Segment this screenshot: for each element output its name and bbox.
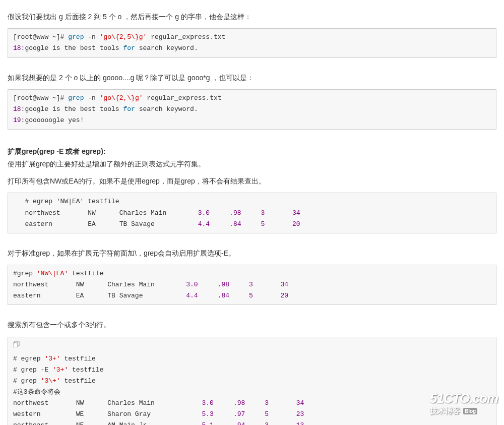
num: 5.1 bbox=[202, 421, 213, 425]
num: 23 bbox=[296, 410, 304, 418]
keyword-for: for bbox=[123, 105, 135, 113]
line-number: 18 bbox=[13, 44, 21, 52]
num: .98 bbox=[218, 281, 229, 288]
num: 5 bbox=[261, 220, 265, 228]
svg-rect-1 bbox=[13, 343, 18, 347]
grep-cmd: grep bbox=[68, 33, 84, 41]
num: .84 bbox=[218, 292, 229, 299]
num: 4.4 bbox=[198, 220, 210, 228]
copy-icon[interactable] bbox=[13, 341, 20, 347]
num: 5.3 bbox=[202, 410, 213, 418]
code-line: #grep bbox=[13, 270, 37, 277]
code-line: testfile bbox=[68, 270, 103, 277]
num: 5 bbox=[265, 410, 269, 418]
grep-cmd: grep bbox=[68, 94, 84, 102]
code-line: # grep -E bbox=[13, 366, 52, 374]
code-line: northwest NW Charles Main bbox=[13, 209, 198, 217]
num: 3 bbox=[249, 281, 253, 288]
code-comment: #这3条命令将会 bbox=[13, 388, 60, 396]
code-line: # egrep bbox=[13, 355, 44, 362]
num: 34 bbox=[292, 209, 300, 217]
code-line: testfile bbox=[68, 366, 103, 374]
table-row: northeast NE AM Main Jr. bbox=[13, 421, 202, 425]
code-block-5: # egrep '3+' testfile # grep -E '3+' tes… bbox=[8, 337, 496, 425]
keyword-for: for bbox=[123, 44, 135, 52]
grep-file: regular_express.txt bbox=[151, 33, 225, 41]
num: 13 bbox=[296, 421, 304, 425]
intro-para-2: 如果我想要的是 2 个 o 以上的 goooo....g 呢？除了可以是 goo… bbox=[8, 72, 496, 83]
num: 3.0 bbox=[202, 399, 213, 407]
num: 34 bbox=[281, 281, 289, 288]
code-block-3: # egrep 'NW|EA' testfile northwest NW Ch… bbox=[8, 193, 496, 233]
output-text: :goooooogle yes! bbox=[21, 116, 84, 124]
num: 3 bbox=[265, 399, 269, 407]
grep-file: regular_express.txt bbox=[147, 94, 221, 102]
num: .98 bbox=[233, 399, 245, 407]
code-line: testfile bbox=[60, 377, 96, 385]
output-text: :google is the best tools bbox=[21, 105, 119, 113]
num: .98 bbox=[229, 209, 241, 217]
code-block-1: [root@www ~]# grep -n 'go\{2,5\}g' regul… bbox=[8, 28, 496, 57]
intro-para-1: 假设我们要找出 g 后面接 2 到 5 个 o ，然后再接一个 g 的字串，他会… bbox=[8, 11, 496, 22]
section-heading: 扩展grep(grep -E 或者 egrep): bbox=[8, 147, 105, 155]
num: 34 bbox=[296, 399, 304, 407]
table-row: western WE Sharon Gray bbox=[13, 410, 202, 418]
line-number: 19 bbox=[13, 116, 21, 124]
num: .97 bbox=[233, 410, 245, 418]
grep-pattern: 'go\{2,\}g' bbox=[100, 94, 143, 102]
code-line: # grep bbox=[13, 377, 41, 385]
code-block-4: #grep 'NW\|EA' testfile northwest NW Cha… bbox=[8, 265, 496, 305]
num: 20 bbox=[281, 292, 289, 299]
code-block-2: [root@www ~]# grep -n 'go\{2,\}g' regula… bbox=[8, 89, 496, 130]
num: .94 bbox=[233, 421, 245, 425]
code-line: eastern EA TB Savage bbox=[13, 220, 198, 228]
num: 3 bbox=[265, 421, 269, 425]
output-text: :google is the best tools bbox=[21, 44, 119, 52]
num: 3 bbox=[261, 209, 265, 217]
shell-prompt: [root@www ~]# bbox=[13, 33, 64, 41]
grep-pattern: '3+' bbox=[52, 366, 68, 374]
num: 20 bbox=[292, 220, 300, 228]
output-text: search keyword. bbox=[139, 105, 198, 113]
grep-pattern: 'go\{2,5\}g' bbox=[100, 33, 147, 41]
grep-option: -n bbox=[88, 33, 96, 41]
line-number: 18 bbox=[13, 105, 21, 113]
num: .84 bbox=[229, 220, 241, 228]
table-row: northwest NW Charles Main bbox=[13, 399, 202, 407]
section-desc: 使用扩展grep的主要好处是增加了额外的正则表达式元字符集。 bbox=[8, 158, 496, 169]
num: 3.0 bbox=[186, 281, 198, 288]
example-desc-2: 对于标准grep，如果在扩展元字符前面加\，grep会自动启用扩展选项-E。 bbox=[8, 248, 496, 259]
num: 5 bbox=[249, 292, 253, 299]
shell-prompt: [root@www ~]# bbox=[13, 94, 64, 102]
grep-pattern: 'NW\|EA' bbox=[37, 270, 68, 277]
output-text: search keyword. bbox=[139, 44, 198, 52]
grep-pattern: '3\+' bbox=[41, 377, 60, 385]
code-line: eastern EA TB Savage bbox=[13, 292, 186, 299]
code-line: northwest NW Charles Main bbox=[13, 281, 186, 288]
grep-option: -n bbox=[88, 94, 96, 102]
code-line: testfile bbox=[60, 355, 96, 362]
example-desc-1: 打印所有包含NW或EA的行。如果不是使用egrep，而是grep，将不会有结果查… bbox=[8, 175, 496, 187]
num: 3.0 bbox=[198, 209, 210, 217]
grep-pattern: '3+' bbox=[44, 355, 60, 362]
code-line: # egrep 'NW|EA' testfile bbox=[13, 198, 119, 205]
num: 4.4 bbox=[186, 292, 198, 299]
example-desc-3: 搜索所有包含一个或多个3的行。 bbox=[8, 319, 496, 330]
